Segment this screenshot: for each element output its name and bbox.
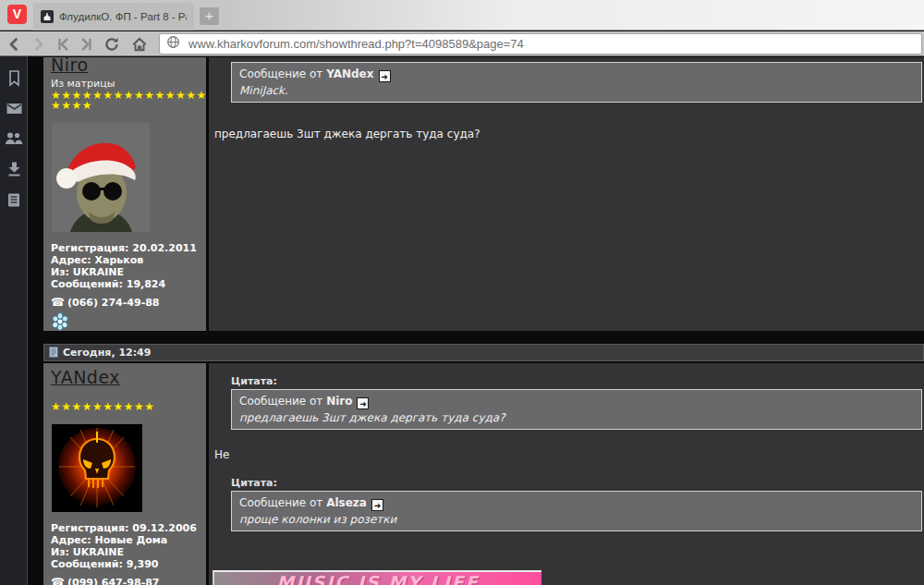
url-text: www.kharkovforum.com/showthread.php?t=40…: [180, 37, 524, 51]
post-message: Не: [214, 448, 924, 461]
registration-info: Регистрация: 09.12.2006: [51, 522, 206, 534]
post-date-icon: [49, 344, 58, 361]
messages-count: Сообщений: 19,824: [51, 278, 206, 290]
home-icon[interactable]: [131, 36, 148, 53]
from-info: Из: UKRAINE: [51, 266, 206, 278]
messages-count: Сообщений: 9,390: [51, 558, 206, 570]
navigation-toolbar: www.kharkovforum.com/showthread.php?t=40…: [0, 31, 924, 56]
phone-number: (066) 274-49-88: [67, 297, 160, 309]
post-header: Сегодня, 12:49: [43, 344, 924, 361]
quote-box: Сообщение от Niro➜ предлагаешь 3шт джека…: [231, 389, 922, 430]
phone-line: ☎(066) 274-49-88: [51, 296, 206, 309]
signature-banner-image: MUSIC IS MY LIFE: [213, 570, 541, 585]
vivaldi-panel-bar: [0, 56, 28, 585]
reputation-stars: ★★★★: [51, 101, 206, 111]
icq-status-icon[interactable]: [51, 312, 206, 331]
rewind-icon[interactable]: [55, 36, 72, 53]
registration-info: Регистрация: 20.02.2011: [51, 242, 206, 254]
view-post-icon[interactable]: ➜: [371, 499, 383, 511]
view-post-icon[interactable]: ➜: [379, 70, 391, 82]
tab-bar: V ФлудилкО. ФП - Part 8 - Pa +: [0, 0, 924, 30]
post-body-cell: Сообщение от YANdex➜ MiniJack. предлагае…: [209, 57, 924, 331]
avatar[interactable]: [52, 123, 150, 232]
username-link[interactable]: YANdex: [51, 367, 120, 387]
from-info: Из: UKRAINE: [51, 546, 206, 558]
avatar[interactable]: [52, 424, 142, 512]
quote-text: проще колонки из розетки: [239, 513, 914, 526]
reputation-stars: ★★★★★★★★★★: [51, 402, 206, 412]
quote-text: MiniJack.: [239, 84, 914, 97]
address-info: Адрес: Новые Дома: [51, 534, 206, 546]
tab-title: ФлудилкО. ФП - Part 8 - Pa: [59, 11, 187, 22]
quote-author: YANdex: [326, 67, 373, 80]
fast-forward-icon[interactable]: [78, 36, 94, 53]
forum-favicon-icon: [41, 10, 54, 23]
post-user-panel: Niro Из матрицы ★★★★★★★★★★★★★★★★ ★★★★ Ре…: [43, 57, 206, 331]
mail-icon[interactable]: [0, 94, 28, 122]
quote-author: Niro: [326, 395, 352, 408]
phone-number: (099) 647-98-87: [67, 577, 160, 585]
back-icon[interactable]: [6, 36, 23, 53]
signature-banner-text: MUSIC IS MY LIFE: [276, 572, 479, 585]
phone-icon: ☎: [51, 296, 65, 309]
post-timestamp: Сегодня, 12:49: [63, 347, 151, 359]
quote-label: Цитата:: [231, 477, 924, 489]
quote-prefix: Сообщение от: [239, 395, 322, 408]
address-bar[interactable]: www.kharkovforum.com/showthread.php?t=40…: [159, 33, 922, 55]
quote-label: Цитата:: [231, 375, 924, 387]
new-tab-button[interactable]: +: [200, 7, 219, 25]
browser-tab[interactable]: ФлудилкО. ФП - Part 8 - Pa: [33, 3, 194, 30]
quote-text: предлагаешь 3шт джека дергать туда суда?: [239, 411, 914, 424]
post-body-cell: Цитата: Сообщение от Niro➜ предлагаешь 3…: [209, 363, 924, 585]
contacts-icon[interactable]: [0, 125, 28, 152]
quote-prefix: Сообщение от: [239, 496, 322, 509]
bookmarks-icon[interactable]: [0, 64, 28, 91]
globe-icon: [166, 35, 180, 53]
downloads-icon[interactable]: [0, 155, 28, 183]
notes-icon[interactable]: [0, 186, 28, 213]
quote-box: Сообщение от Alseza➜ проще колонки из ро…: [231, 491, 922, 531]
address-info: Адрес: Харьков: [51, 254, 206, 266]
post-user-panel: YANdex ★★★★★★★★★★ Регистрация: 09.12.200…: [43, 363, 206, 585]
quote-box: Сообщение от YANdex➜ MiniJack.: [231, 62, 922, 103]
reload-icon[interactable]: [103, 36, 120, 53]
quote-author: Alseza: [326, 496, 367, 509]
view-post-icon[interactable]: ➜: [357, 397, 369, 409]
username-link[interactable]: Niro: [51, 57, 89, 75]
forward-icon[interactable]: [30, 36, 46, 53]
phone-line: ☎(099) 647-98-87: [51, 576, 206, 585]
post-message: предлагаешь 3шт джека дергать туда суда?: [214, 128, 924, 140]
quote-prefix: Сообщение от: [239, 67, 322, 80]
vivaldi-menu-button[interactable]: V: [7, 5, 27, 24]
phone-icon: ☎: [51, 576, 65, 585]
